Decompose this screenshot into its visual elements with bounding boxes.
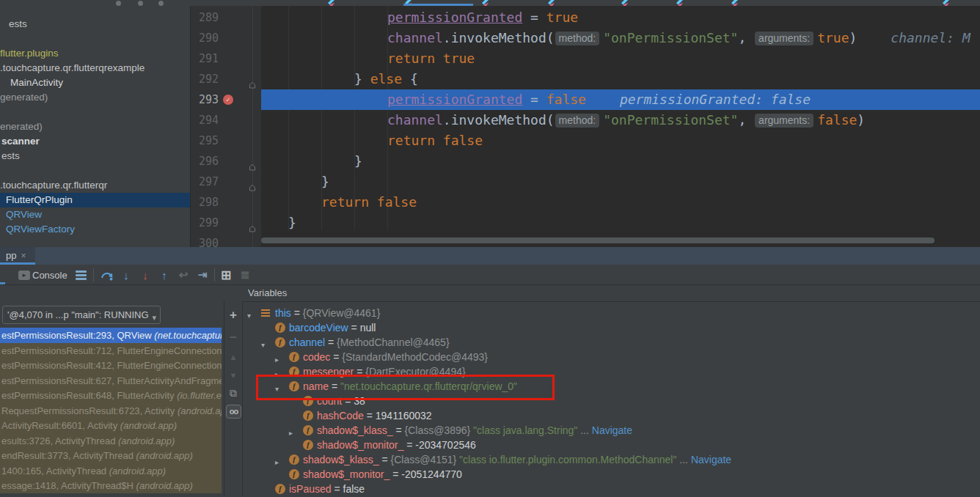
code-editor[interactable]: 289permissionGranted = true290channel.in… [191,6,980,247]
variables-side-toolbar: + − ▲ ▼ ⧉ oo [224,301,243,497]
tree-item-scanner[interactable]: scanner [0,134,190,149]
flutter-file-icon[interactable] [620,0,629,6]
line-number[interactable]: 294 [191,110,219,130]
breakpoint-icon[interactable]: ✓ [223,95,233,105]
variable-row-shadow--monitor-[interactable]: fshadow$_monitor_ = -2051244770 [243,467,980,482]
line-number[interactable]: 297 [191,172,219,192]
evaluate-expression-icon[interactable]: ⊞ [217,265,235,285]
line-number[interactable]: 298 [191,192,219,213]
inline-debugger-hint: permissionGranted: false [620,92,811,107]
frame-row[interactable]: estPermissionsResult:648, FlutterActivit… [0,388,222,403]
close-icon[interactable]: × [21,251,26,261]
variable-row-ispaused[interactable]: fisPaused = false [243,482,980,496]
tree-item-mainactivity[interactable]: MainActivity [0,76,190,90]
tree-item--touchcapture-qr-flutterqr[interactable]: .touchcapture.qr.flutterqr [0,178,190,193]
code-token: "onPermissionSet" [603,112,738,128]
flutter-file-icon[interactable] [546,0,555,6]
variable-row-count[interactable]: fcount = 38 [243,394,980,408]
line-number[interactable]: 290 [191,28,219,48]
flutter-file-icon[interactable] [326,0,335,6]
variable-name: name [303,380,329,392]
tree-item-enerated-[interactable]: enerated) [0,119,190,134]
force-step-into-icon[interactable]: ↓ [136,265,154,285]
line-number[interactable]: 296 [191,151,219,172]
variable-row-codec[interactable]: ▸fcodec = {StandardMethodCodec@4493} [243,350,980,364]
flutter-file-icon[interactable] [675,0,684,6]
tree-item-generated-[interactable]: generated) [0,90,190,105]
line-number[interactable]: 295 [191,130,219,151]
flutter-file-icon[interactable] [480,0,489,6]
selected-tool-indicator [0,282,5,284]
param-hint-chip: method: [555,114,600,128]
equals-sign: = [393,424,405,436]
tree-item-flutter-plugins[interactable]: flutter.plugins [0,46,190,61]
variable-row-shadow--monitor-[interactable]: fshadow$_monitor_ = -2034702546 [243,438,980,452]
remove-icon[interactable]: − [224,331,242,345]
toolbar-dot-icon[interactable] [116,1,121,6]
run-to-cursor-icon[interactable]: ⇥ [194,265,211,285]
frame-package: (android.ap [178,405,222,416]
frame-row[interactable]: RequestPermissionsResult:6723, Activity … [0,403,222,419]
toolbar-dot-icon[interactable] [138,1,143,6]
variable-row-barcodeview[interactable]: fbarcodeView = null [243,320,980,335]
variable-row-hashcode[interactable]: fhashCode = 1941160032 [243,408,980,423]
step-out-icon[interactable]: ↑ [156,265,173,285]
variable-value: "net.touchcapture.qr.flutterqr/qrview_0" [340,380,517,392]
frame-location: estPermissionsResult:712, FlutterEngineC… [1,345,222,356]
equals-sign: = [325,336,337,348]
move-up-icon[interactable]: ▲ [224,353,242,361]
variable-text: channel = {MethodChannel@4465} [289,335,450,350]
navigate-link[interactable]: Navigate [691,454,731,465]
horizontal-scrollbar[interactable] [261,238,935,243]
line-number[interactable]: 289 [191,7,219,28]
drop-frame-icon[interactable]: ↩ [175,265,192,285]
variable-row-messenger[interactable]: ▸fmessenger = {DartExecutor@4494} [243,364,980,379]
tree-item-qrviewfactory[interactable]: QRViewFactory [0,222,190,237]
frame-row[interactable]: estPermissionsResult:412, FlutterEngineC… [0,358,222,373]
frame-row[interactable]: endResult:3773, ActivityThread (android.… [0,448,222,463]
threads-view-icon[interactable] [73,265,88,285]
frame-row[interactable]: 1400:165, ActivityThread (android.app) [0,463,222,479]
line-number[interactable]: 293 [191,89,219,110]
tab-console[interactable]: Console [32,265,67,285]
toolbar-dot-icon[interactable] [158,1,164,6]
variable-row-shadow--klass-[interactable]: ▸fshadow$_klass_ = {Class@3896} "class j… [243,423,980,438]
line-number[interactable]: 291 [191,48,219,69]
variable-row-channel[interactable]: ▾fchannel = {MethodChannel@4465} [243,335,980,350]
line-number[interactable]: 292 [191,69,219,89]
frame-row[interactable]: estPermissionsResult:627, FlutterActivit… [0,373,222,389]
frame-row[interactable]: essage:1418, ActivityThread$H (android.a… [0,478,222,493]
variable-value: 38 [354,395,365,407]
console-tab-icon[interactable]: ▸ [16,265,32,285]
step-over-icon[interactable] [98,265,117,285]
frame-row[interactable]: estPermissionsResult:293, QRView (net.to… [0,328,222,343]
frame-location: ActivityResult:6601, Activity [1,420,120,431]
duplicate-icon[interactable]: ⧉ [224,387,242,400]
variable-row-name[interactable]: ▾fname = "net.touchcapture.qr.flutterqr/… [243,379,980,394]
code-line-298: 298return false [191,192,980,213]
frame-row[interactable]: esults:3726, ActivityThread (android.app… [0,433,222,449]
variable-row-this[interactable]: ▾this = {QRView@4461} [243,306,980,320]
move-down-icon[interactable]: ▼ [224,371,242,380]
watches-glasses-icon[interactable]: oo [226,405,241,419]
tree-item-ests[interactable]: ests [0,17,190,32]
step-into-icon[interactable]: ↓ [117,265,135,285]
flutter-file-icon[interactable] [730,0,739,6]
tree-item-ests[interactable]: ests [0,149,190,163]
frame-location: estPermissionsResult:627, FlutterActivit… [1,375,222,386]
line-number[interactable]: 300 [191,233,219,247]
field-icon: f [289,469,299,479]
field-icon: f [289,367,299,377]
layout-settings-icon[interactable]: ≣ [236,265,254,285]
tree-item-flutterqrplugin[interactable]: FlutterQrPlugin [0,193,190,207]
flutter-file-icon[interactable] [941,0,950,6]
line-number[interactable]: 299 [191,213,219,233]
tree-item--touchcapture-qr-flutterqrexample[interactable]: .touchcapture.qr.flutterqrexample [0,61,190,76]
frame-row[interactable]: estPermissionsResult:712, FlutterEngineC… [0,343,222,358]
add-icon[interactable]: + [224,308,242,323]
frame-row[interactable]: ActivityResult:6601, Activity (android.a… [0,418,222,433]
navigate-link[interactable]: Navigate [592,424,632,436]
variable-row-shadow--klass-[interactable]: ▸fshadow$_klass_ = {Class@4151} "class i… [243,452,980,467]
tree-item-qrview[interactable]: QRView [0,207,190,222]
thread-selector-dropdown[interactable]: '@4,070 in ...p "main": RUNNING ▾ [2,306,161,324]
